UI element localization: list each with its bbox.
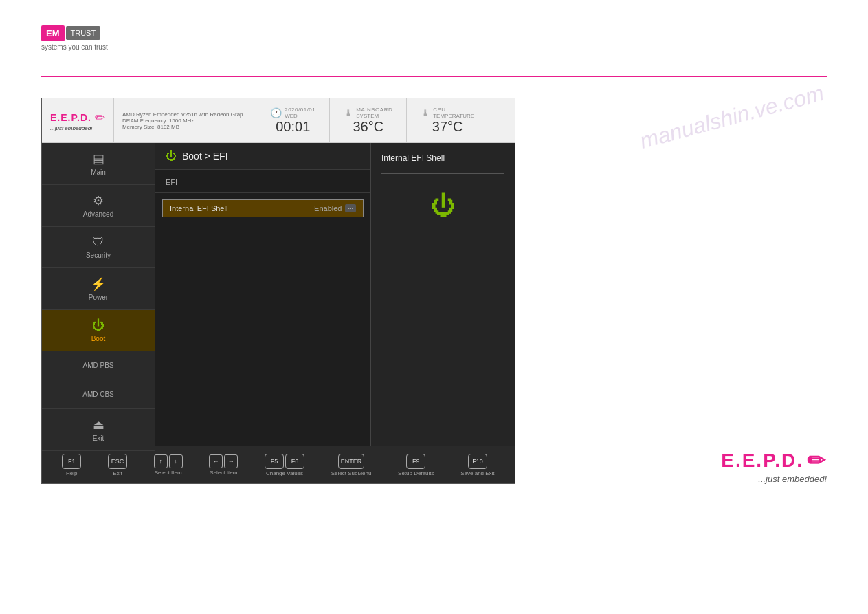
sidebar-item-advanced[interactable]: ⚙ Advanced <box>42 185 155 227</box>
key-save-exit: F10 Save and Exit <box>460 454 494 476</box>
power-icon: ⚡ <box>91 276 106 292</box>
main-content: manualshin.ve.com E.E.P.D. ✏ ...just emb… <box>0 77 868 505</box>
bios-menu-items: Internal EFI Shell Enabled ··· <box>155 193 370 227</box>
bottom-logo-text: E.E.P.D. ✏ <box>721 448 827 474</box>
bios-logo-top: E.E.P.D. ✏ <box>50 110 105 125</box>
cpu-line1: AMD Ryzen Embedded V2516 with Radeon Gra… <box>122 111 247 118</box>
bottom-right-logo: E.E.P.D. ✏ ...just embedded! <box>721 448 827 484</box>
bios-sidebar: ▤ Main ⚙ Advanced 🛡 Security ⚡ Power ⏻ <box>42 143 155 446</box>
bios-cpu-info: AMD Ryzen Embedded V2516 with Radeon Gra… <box>114 98 256 142</box>
down-arrow: ↓ <box>169 454 183 468</box>
bios-info-blocks: 🕐 2020/01/01 WED 00:01 🌡 MAINBOARD <box>256 98 515 142</box>
sidebar-advanced-label: Advanced <box>83 210 113 218</box>
main-icon: ▤ <box>93 151 104 166</box>
internal-efi-dots: ··· <box>345 204 356 212</box>
key-f1: F1 Help <box>62 454 81 476</box>
f10-label: Save and Exit <box>460 470 494 476</box>
f9-label: Setup Defaults <box>398 470 434 476</box>
sidebar-item-security[interactable]: 🛡 Security <box>42 227 155 268</box>
bottom-eepd-text: E.E.P.D. <box>721 450 803 472</box>
bios-cpu-header: 🌡 CPU TEMPERATURE <box>421 107 474 119</box>
mainboard-temp-value: 36°C <box>353 119 383 135</box>
left-arrow: ← <box>209 454 223 468</box>
key-select-item-ud: ↑ ↓ Select Item <box>154 454 183 476</box>
bios-time-value: 00:01 <box>276 119 310 135</box>
exit-icon: ⏏ <box>93 417 104 432</box>
sidebar-exit-label: Exit <box>93 435 104 442</box>
bios-help-panel: Internal EFI Shell ⏻ <box>370 143 515 446</box>
sidebar-item-boot[interactable]: ⏻ Boot <box>42 310 155 351</box>
sidebar-item-amd-cbs[interactable]: AMD CBS <box>42 380 155 409</box>
cpu-temp-value: 37°C <box>432 119 463 135</box>
key-change-values: F5 F6 Change Values <box>265 454 304 476</box>
f1-label: Help <box>66 470 77 476</box>
bios-date-header: 🕐 2020/01/01 WED <box>270 107 315 119</box>
f9-btn: F9 <box>406 454 425 469</box>
header-logo: EM TRUST systems you can trust <box>41 25 108 51</box>
em-logo-box: EM <box>41 25 65 41</box>
ud-label: Select Item <box>155 470 182 476</box>
bios-logo-text: E.E.P.D. <box>50 112 91 123</box>
internal-efi-label: Internal EFI Shell <box>170 204 227 212</box>
bios-mainboard-header: 🌡 MAINBOARD SYSTEM <box>344 107 392 119</box>
breadcrumb-text: Boot > EFI <box>182 151 228 162</box>
bios-topbar: E.E.P.D. ✏ ...just embedded! AMD Ryzen E… <box>42 98 515 143</box>
advanced-icon: ⚙ <box>93 193 104 208</box>
up-arrow: ↑ <box>154 454 168 468</box>
bios-body: ▤ Main ⚙ Advanced 🛡 Security ⚡ Power ⏻ <box>42 143 515 446</box>
enter-btn: ENTER <box>338 454 364 469</box>
bottom-logo-icon: ✏ <box>807 448 827 474</box>
watermark: manualshin.ve.com <box>637 80 827 154</box>
sidebar-main-label: Main <box>91 168 106 176</box>
enter-label: Select SubMenu <box>331 470 372 476</box>
bios-day-label: WED <box>285 113 315 119</box>
sidebar-item-power[interactable]: ⚡ Power <box>42 268 155 310</box>
help-divider <box>381 173 504 174</box>
mainboard-temp-icon: 🌡 <box>344 107 353 118</box>
bios-date-value: 2020/01/01 <box>285 107 315 113</box>
sidebar-power-label: Power <box>89 294 108 301</box>
f5-btn: F5 <box>265 454 284 469</box>
sidebar-amd-cbs-label: AMD CBS <box>82 391 114 398</box>
bios-bottom-bar: F1 Help ESC Exit ↑ ↓ Select Item ← → Se <box>42 446 515 483</box>
key-select: ENTER Select SubMenu <box>331 454 372 476</box>
trust-logo-box: TRUST <box>66 26 101 40</box>
boot-icon: ⏻ <box>92 318 104 333</box>
mainboard-label: MAINBOARD <box>356 107 392 113</box>
f5f6-pair: F5 F6 <box>265 454 304 469</box>
bios-logo-icon: ✏ <box>95 110 105 125</box>
bios-breadcrumb: ⏻ Boot > EFI <box>155 143 370 170</box>
logo-tagline: systems you can trust <box>41 43 108 51</box>
sidebar-item-exit[interactable]: ⏏ Exit <box>42 409 155 451</box>
bios-main-content: ⏻ Boot > EFI EFI Internal EFI Shell Enab… <box>155 143 370 446</box>
breadcrumb-power-icon: ⏻ <box>166 150 177 162</box>
sidebar-security-label: Security <box>86 252 111 259</box>
f1-btn: F1 <box>62 454 81 469</box>
clock-icon: 🕐 <box>270 107 282 118</box>
lr-arrows: ← → <box>209 454 238 468</box>
esc-label: Exit <box>113 470 122 476</box>
cpu-label: CPU <box>433 107 474 113</box>
sidebar-item-amd-pbs[interactable]: AMD PBS <box>42 351 155 380</box>
top-header: EM TRUST systems you can trust <box>0 0 868 76</box>
right-arrow: → <box>224 454 238 468</box>
sidebar-amd-pbs-label: AMD PBS <box>82 362 113 369</box>
em-trust-logo: EM TRUST <box>41 25 108 41</box>
key-setup-defaults: F9 Setup Defaults <box>398 454 434 476</box>
help-title: Internal EFI Shell <box>381 153 504 163</box>
ud-arrows: ↑ ↓ <box>154 454 183 468</box>
key-select-item-lr: ← → Select Item <box>209 454 238 476</box>
bios-logo-sub: ...just embedded! <box>50 125 105 131</box>
cpu-line2: DRAM Frequency: 1500 MHz <box>122 118 247 124</box>
bottom-logo-sub: ...just embedded! <box>758 474 827 484</box>
bios-date-section: 🕐 2020/01/01 WED 00:01 <box>256 98 330 142</box>
menu-item-internal-efi[interactable]: Internal EFI Shell Enabled ··· <box>162 199 364 217</box>
lr-label: Select Item <box>210 470 237 476</box>
sidebar-boot-label: Boot <box>91 335 106 342</box>
sidebar-item-main[interactable]: ▤ Main <box>42 143 155 185</box>
temp-label: TEMPERATURE <box>433 113 474 119</box>
help-power-icon: ⏻ <box>381 191 504 220</box>
internal-efi-value: Enabled ··· <box>314 204 356 212</box>
security-icon: 🛡 <box>92 235 104 250</box>
key-esc: ESC Exit <box>108 454 127 476</box>
